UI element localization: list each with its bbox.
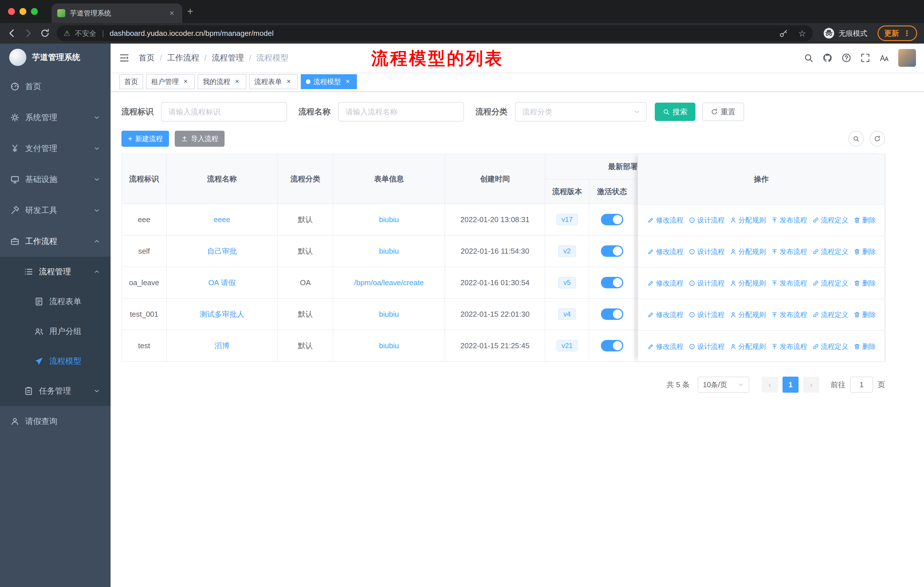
reload-icon[interactable] xyxy=(40,28,50,38)
url-text[interactable]: dashboard.yudao.iocoder.cn/bpm/manager/m… xyxy=(110,29,274,38)
tag-home[interactable]: 首页 xyxy=(119,74,143,89)
design-process-action[interactable]: 设计流程 xyxy=(688,310,724,319)
sidebar-toggle-icon[interactable] xyxy=(119,53,129,63)
delete-process-action[interactable]: 删除 xyxy=(853,215,876,225)
publish-process-action[interactable]: 发布流程 xyxy=(771,279,807,288)
address-bar[interactable]: ⚠ 不安全 | dashboard.yudao.iocoder.cn/bpm/m… xyxy=(57,25,813,41)
next-page-button[interactable]: › xyxy=(803,377,819,393)
sidebar-item-infrastructure[interactable]: 基础设施 xyxy=(0,164,111,195)
definition-process-action[interactable]: 流程定义 xyxy=(812,247,848,256)
refresh-table-button[interactable] xyxy=(870,131,885,147)
sidebar-item-leave-query[interactable]: 请假查询 xyxy=(0,406,111,437)
process-name-link[interactable]: 滔博 xyxy=(214,341,229,350)
sidebar-item-workflow[interactable]: 工作流程 xyxy=(0,226,111,257)
process-name-link[interactable]: eeee xyxy=(214,215,230,224)
create-process-button[interactable]: + 新建流程 xyxy=(121,131,169,147)
publish-process-action[interactable]: 发布流程 xyxy=(771,247,807,256)
definition-process-action[interactable]: 流程定义 xyxy=(812,310,848,319)
form-info-link[interactable]: /bpm/oa/leave/create xyxy=(354,278,424,287)
design-process-action[interactable]: 设计流程 xyxy=(688,279,724,288)
tag-process-form[interactable]: 流程表单× xyxy=(249,74,298,89)
close-icon[interactable]: × xyxy=(182,78,190,86)
assign-process-action[interactable]: 分配规则 xyxy=(730,342,766,351)
sidebar-item-home[interactable]: 首页 xyxy=(0,71,111,102)
reset-button[interactable]: 重置 xyxy=(702,103,744,121)
sidebar-item-user-group[interactable]: 用户分组 xyxy=(0,316,111,346)
minimize-window-button[interactable] xyxy=(20,8,26,15)
forward-icon[interactable] xyxy=(23,28,33,38)
security-label[interactable]: 不安全 xyxy=(75,29,96,38)
assign-process-action[interactable]: 分配规则 xyxy=(730,247,766,256)
import-process-button[interactable]: 导入流程 xyxy=(175,131,224,147)
delete-process-action[interactable]: 删除 xyxy=(853,279,876,288)
active-toggle[interactable] xyxy=(601,245,623,257)
process-category-select[interactable]: 流程分类 xyxy=(515,102,647,122)
edit-process-action[interactable]: 修改流程 xyxy=(647,310,683,319)
design-process-action[interactable]: 设计流程 xyxy=(688,215,724,225)
sidebar-item-devtools[interactable]: 研发工具 xyxy=(0,195,111,226)
breadcrumb-item[interactable]: 流程管理 xyxy=(212,53,244,63)
assign-process-action[interactable]: 分配规则 xyxy=(730,310,766,319)
process-name-input[interactable] xyxy=(338,102,464,122)
menu-dots-icon[interactable]: ⋮ xyxy=(903,29,911,38)
font-size-icon[interactable] xyxy=(879,53,889,63)
design-process-action[interactable]: 设计流程 xyxy=(688,247,724,256)
form-info-link[interactable]: biubiu xyxy=(379,215,399,224)
tab-close-icon[interactable]: × xyxy=(167,8,177,18)
form-info-link[interactable]: biubiu xyxy=(379,341,399,350)
delete-process-action[interactable]: 删除 xyxy=(853,310,876,319)
goto-page-input[interactable] xyxy=(850,377,873,393)
close-window-button[interactable] xyxy=(8,8,15,15)
update-button[interactable]: 更新 ⋮ xyxy=(878,25,917,41)
publish-process-action[interactable]: 发布流程 xyxy=(771,342,807,351)
process-name-link[interactable]: 自己审批 xyxy=(207,247,237,255)
assign-process-action[interactable]: 分配规则 xyxy=(730,279,766,288)
search-icon[interactable] xyxy=(804,53,813,63)
edit-process-action[interactable]: 修改流程 xyxy=(647,342,683,351)
tag-tenant[interactable]: 租户管理× xyxy=(146,74,195,89)
definition-process-action[interactable]: 流程定义 xyxy=(812,215,848,225)
new-tab-button[interactable]: + xyxy=(182,3,198,20)
github-icon[interactable] xyxy=(823,53,832,63)
tag-process-model[interactable]: 流程模型× xyxy=(301,74,357,89)
edit-process-action[interactable]: 修改流程 xyxy=(647,215,683,225)
publish-process-action[interactable]: 发布流程 xyxy=(771,310,807,319)
sidebar-item-process-form[interactable]: 流程表单 xyxy=(0,287,111,316)
zoom-window-button[interactable] xyxy=(31,8,38,15)
back-icon[interactable] xyxy=(7,28,16,38)
design-process-action[interactable]: 设计流程 xyxy=(688,342,724,351)
fullscreen-icon[interactable] xyxy=(860,53,870,63)
active-toggle[interactable] xyxy=(601,308,623,320)
sidebar-item-process-management[interactable]: 流程管理 xyxy=(0,257,111,287)
bookmark-star-icon[interactable]: ☆ xyxy=(798,28,806,38)
user-avatar[interactable] xyxy=(898,49,916,67)
active-toggle[interactable] xyxy=(601,214,623,225)
edit-process-action[interactable]: 修改流程 xyxy=(647,247,683,256)
active-toggle[interactable] xyxy=(601,340,623,351)
publish-process-action[interactable]: 发布流程 xyxy=(771,215,807,225)
delete-process-action[interactable]: 删除 xyxy=(853,247,876,256)
breadcrumb-item[interactable]: 工作流程 xyxy=(167,53,200,63)
search-button[interactable]: 搜索 xyxy=(655,103,695,121)
key-icon[interactable] xyxy=(779,29,788,38)
breadcrumb-item[interactable]: 首页 xyxy=(139,53,155,63)
sidebar-item-system[interactable]: 系统管理 xyxy=(0,102,111,133)
page-number-button[interactable]: 1 xyxy=(782,377,799,393)
sidebar-item-process-model[interactable]: 流程模型 xyxy=(0,346,111,376)
toggle-search-button[interactable] xyxy=(848,131,864,147)
app-logo[interactable]: 芋道管理系统 xyxy=(0,43,111,71)
prev-page-button[interactable]: ‹ xyxy=(762,377,778,393)
edit-process-action[interactable]: 修改流程 xyxy=(647,279,683,288)
page-size-select[interactable]: 10条/页 xyxy=(698,377,749,393)
form-info-link[interactable]: biubiu xyxy=(379,247,399,255)
close-icon[interactable]: × xyxy=(233,78,241,86)
tag-my-process[interactable]: 我的流程× xyxy=(198,74,246,89)
form-info-link[interactable]: biubiu xyxy=(379,310,399,318)
browser-tab[interactable]: 芋道管理系统 × xyxy=(51,3,182,23)
sidebar-item-payment[interactable]: 支付管理 xyxy=(0,133,111,164)
process-name-link[interactable]: OA 请假 xyxy=(208,278,236,287)
sidebar-item-task-management[interactable]: 任务管理 xyxy=(0,376,111,406)
active-toggle[interactable] xyxy=(601,277,623,288)
assign-process-action[interactable]: 分配规则 xyxy=(730,215,766,225)
definition-process-action[interactable]: 流程定义 xyxy=(812,342,848,351)
